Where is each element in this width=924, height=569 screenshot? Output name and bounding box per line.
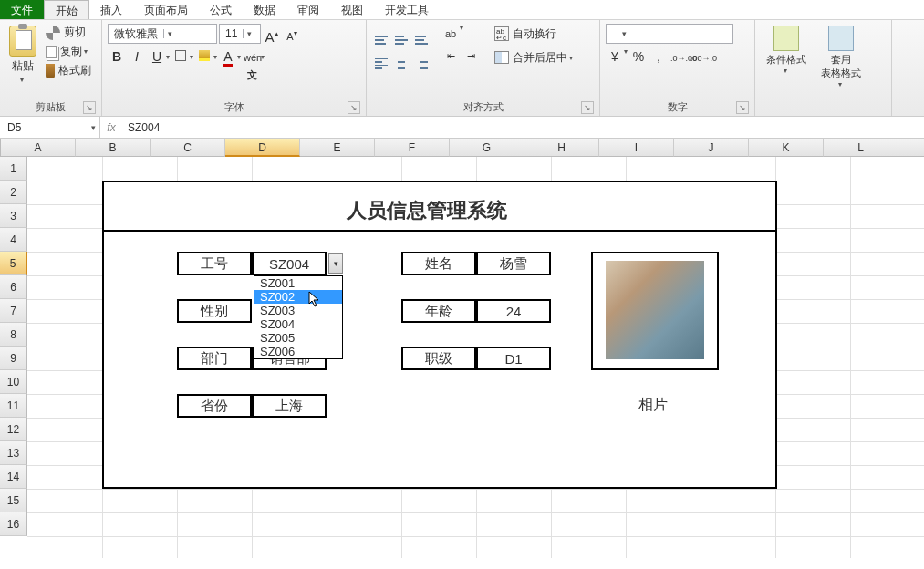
tab-formula[interactable]: 公式 (199, 0, 243, 19)
col-header-K[interactable]: K (749, 139, 824, 157)
align-right-button[interactable] (412, 46, 431, 64)
align-left-button[interactable] (372, 46, 390, 64)
number-format-combo[interactable]: ▾ (606, 24, 733, 44)
col-header-A[interactable]: A (1, 139, 76, 157)
percent-button[interactable]: % (629, 47, 648, 66)
dialog-launcher-icon[interactable]: ↘ (581, 101, 594, 114)
formula-input[interactable]: SZ004 (122, 121, 165, 134)
dropdown-option[interactable]: SZ003 (254, 304, 342, 317)
dialog-launcher-icon[interactable]: ↘ (83, 101, 96, 114)
decrease-decimal-button[interactable]: .00→.0 (690, 47, 708, 66)
dropdown-option[interactable]: SZ004 (254, 317, 342, 331)
col-header-L[interactable]: L (824, 139, 898, 157)
row-header-10[interactable]: 10 (0, 370, 27, 394)
tab-file[interactable]: 文件 (0, 0, 44, 19)
chevron-down-icon: ▾ (624, 47, 628, 66)
row-header-15[interactable]: 15 (0, 489, 27, 512)
row-header-3[interactable]: 3 (0, 204, 27, 228)
tab-home[interactable]: 开始 (44, 0, 89, 19)
orientation-button[interactable]: ab (441, 24, 460, 42)
font-size-combo[interactable]: 11▾ (219, 24, 261, 44)
tab-review[interactable]: 审阅 (286, 0, 330, 19)
cut-button[interactable]: 剪切 (44, 24, 93, 41)
row-header-12[interactable]: 12 (0, 418, 27, 441)
dropdown-option[interactable]: SZ002 (254, 290, 342, 304)
align-bottom-button[interactable] (412, 24, 431, 42)
tab-dev[interactable]: 开发工具 (374, 0, 440, 19)
align-middle-button[interactable] (392, 24, 410, 42)
col-header-D[interactable]: D (225, 139, 300, 157)
col-header-J[interactable]: J (674, 139, 749, 157)
dropdown-option[interactable]: SZ006 (254, 345, 342, 358)
comma-button[interactable]: , (649, 47, 668, 66)
dialog-launcher-icon[interactable]: ↘ (736, 101, 749, 114)
increase-font-button[interactable]: A▴ (263, 25, 281, 43)
increase-decimal-button[interactable]: .0→.00 (670, 47, 688, 66)
row-header-1[interactable]: 1 (0, 157, 27, 181)
col-header-B[interactable]: B (76, 139, 151, 157)
row-header-11[interactable]: 11 (0, 394, 27, 418)
font-name-combo[interactable]: 微软雅黑▾ (108, 24, 217, 44)
bold-button[interactable]: B (108, 47, 126, 66)
merge-icon (494, 51, 509, 64)
border-button[interactable] (171, 47, 190, 66)
font-color-button[interactable]: A (219, 47, 237, 66)
conditional-format-button[interactable]: 条件格式▾ (761, 24, 812, 90)
format-painter-button[interactable]: 格式刷 (44, 62, 93, 79)
row-header-4[interactable]: 4 (0, 228, 27, 252)
row-header-5[interactable]: 5 (0, 252, 27, 275)
tab-layout[interactable]: 页面布局 (133, 0, 199, 19)
currency-button[interactable]: ¥ (606, 47, 624, 66)
tab-view[interactable]: 视图 (330, 0, 374, 19)
col-header-C[interactable]: C (151, 139, 225, 157)
chevron-down-icon: ▾ (84, 47, 88, 56)
phonetic-button[interactable]: wén文 (243, 47, 261, 66)
dropdown-button[interactable]: ▾ (328, 253, 343, 274)
align-center-icon (393, 57, 410, 71)
row-header-8[interactable]: 8 (0, 323, 27, 347)
border-icon (175, 50, 186, 61)
underline-button[interactable]: U (148, 47, 166, 66)
fx-button[interactable]: fx (100, 121, 122, 134)
ribbon: 粘贴 ▾ 剪切 复制▾ 格式刷 剪贴板↘ 微软雅黑▾ 11▾ A▴ A▾ B I… (0, 20, 924, 117)
align-top-button[interactable] (372, 24, 390, 42)
chevron-down-icon: ▾ (213, 53, 217, 61)
name-box[interactable]: D5 ▾ (0, 117, 100, 138)
merge-center-button[interactable]: 合并后居中▾ (491, 47, 576, 67)
decrease-decimal-icon: .00→.0 (690, 54, 717, 63)
cells-area[interactable]: 人员信息管理系统 工号 SZ004 ▾ 姓名 杨雪 性别 年龄 24 部门 销售… (27, 157, 924, 558)
col-header-H[interactable]: H (524, 139, 599, 157)
tab-insert[interactable]: 插入 (89, 0, 133, 19)
decrease-font-button[interactable]: A▾ (283, 25, 301, 43)
col-header-G[interactable]: G (450, 139, 524, 157)
row-header-13[interactable]: 13 (0, 441, 27, 465)
row-header-6[interactable]: 6 (0, 275, 27, 299)
row-header-16[interactable]: 16 (0, 512, 27, 536)
dropdown-option[interactable]: SZ001 (254, 276, 342, 290)
row-header-9[interactable]: 9 (0, 347, 27, 370)
chevron-down-icon: ▾ (243, 29, 255, 38)
dialog-launcher-icon[interactable]: ↘ (348, 101, 360, 114)
table-format-button[interactable]: 套用 表格格式▾ (815, 24, 867, 90)
group-label-styles (761, 112, 886, 114)
row-header-14[interactable]: 14 (0, 465, 27, 489)
increase-indent-button[interactable]: ⇥ (462, 46, 480, 64)
align-center-button[interactable] (392, 46, 410, 64)
wrap-text-button[interactable]: ab↵c自动换行 (491, 24, 576, 44)
dropdown-option[interactable]: SZ005 (254, 331, 342, 345)
italic-button[interactable]: I (128, 47, 146, 66)
col-header-M[interactable]: M (898, 139, 924, 157)
fill-color-button[interactable] (195, 47, 213, 66)
col-header-F[interactable]: F (375, 139, 450, 157)
row-header-2[interactable]: 2 (0, 181, 27, 204)
col-header-E[interactable]: E (300, 139, 375, 157)
dropdown-list[interactable]: SZ001SZ002SZ003SZ004SZ005SZ006 (254, 275, 343, 359)
chevron-down-icon: ▾ (460, 24, 463, 42)
row-header-7[interactable]: 7 (0, 299, 27, 323)
copy-button[interactable]: 复制▾ (44, 43, 93, 60)
label-age: 年龄 (401, 299, 476, 323)
tab-data[interactable]: 数据 (243, 0, 286, 19)
paste-button[interactable]: 粘贴 ▾ (5, 24, 40, 86)
col-header-I[interactable]: I (599, 139, 674, 157)
decrease-indent-button[interactable]: ⇤ (441, 46, 460, 64)
